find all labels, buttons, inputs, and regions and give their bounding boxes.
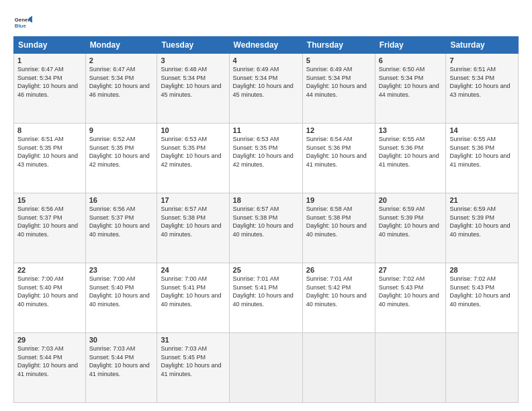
calendar-cell: 27 Sunrise: 7:02 AM Sunset: 5:43 PM Dayl… [375, 263, 446, 333]
cell-content: Sunrise: 7:00 AM Sunset: 5:40 PM Dayligh… [17, 275, 82, 308]
calendar-page: General Blue Sunday Monday Tuesday Wedne… [0, 0, 532, 411]
calendar-cell: 17 Sunrise: 6:57 AM Sunset: 5:38 PM Dayl… [157, 193, 229, 263]
calendar-cell: 21 Sunrise: 6:59 AM Sunset: 5:39 PM Dayl… [446, 193, 519, 263]
calendar-row: 8 Sunrise: 6:51 AM Sunset: 5:35 PM Dayli… [14, 124, 519, 193]
day-number: 18 [233, 196, 299, 204]
cell-content: Sunrise: 6:59 AM Sunset: 5:39 PM Dayligh… [449, 205, 515, 238]
cell-content: Sunrise: 7:03 AM Sunset: 5:44 PM Dayligh… [17, 345, 82, 378]
col-sunday: Sunday [14, 37, 86, 54]
cell-content: Sunrise: 6:47 AM Sunset: 5:34 PM Dayligh… [89, 65, 154, 99]
day-number: 27 [379, 266, 443, 274]
calendar-cell [375, 333, 446, 403]
calendar-cell: 8 Sunrise: 6:51 AM Sunset: 5:35 PM Dayli… [14, 124, 86, 193]
cell-content: Sunrise: 6:55 AM Sunset: 5:36 PM Dayligh… [449, 135, 515, 169]
day-number: 29 [17, 336, 82, 344]
cell-content: Sunrise: 6:57 AM Sunset: 5:38 PM Dayligh… [233, 205, 299, 238]
calendar-cell: 10 Sunrise: 6:53 AM Sunset: 5:35 PM Dayl… [157, 124, 229, 193]
logo: General Blue [13, 13, 35, 32]
day-number: 3 [161, 56, 225, 64]
calendar-cell: 24 Sunrise: 7:00 AM Sunset: 5:41 PM Dayl… [157, 263, 229, 333]
day-number: 14 [449, 126, 515, 134]
cell-content: Sunrise: 7:01 AM Sunset: 5:42 PM Dayligh… [306, 275, 371, 308]
cell-content: Sunrise: 6:49 AM Sunset: 5:34 PM Dayligh… [306, 65, 371, 99]
calendar-cell: 4 Sunrise: 6:49 AM Sunset: 5:34 PM Dayli… [229, 54, 302, 124]
day-number: 26 [306, 266, 371, 274]
calendar-cell [446, 333, 519, 403]
day-number: 31 [161, 336, 225, 344]
cell-content: Sunrise: 6:54 AM Sunset: 5:36 PM Dayligh… [306, 135, 371, 169]
cell-content: Sunrise: 6:53 AM Sunset: 5:35 PM Dayligh… [161, 135, 225, 169]
calendar-cell: 9 Sunrise: 6:52 AM Sunset: 5:35 PM Dayli… [85, 124, 157, 193]
day-number: 11 [233, 126, 299, 134]
cell-content: Sunrise: 7:03 AM Sunset: 5:45 PM Dayligh… [161, 345, 225, 378]
day-number: 19 [306, 196, 371, 204]
cell-content: Sunrise: 6:58 AM Sunset: 5:38 PM Dayligh… [306, 205, 371, 238]
col-wednesday: Wednesday [229, 37, 302, 54]
calendar-cell: 22 Sunrise: 7:00 AM Sunset: 5:40 PM Dayl… [14, 263, 86, 333]
cell-content: Sunrise: 7:01 AM Sunset: 5:41 PM Dayligh… [233, 275, 299, 308]
cell-content: Sunrise: 7:02 AM Sunset: 5:43 PM Dayligh… [379, 275, 443, 308]
calendar-cell: 5 Sunrise: 6:49 AM Sunset: 5:34 PM Dayli… [302, 54, 375, 124]
calendar-cell: 28 Sunrise: 7:02 AM Sunset: 5:43 PM Dayl… [446, 263, 519, 333]
calendar-cell: 7 Sunrise: 6:51 AM Sunset: 5:34 PM Dayli… [446, 54, 519, 124]
day-number: 12 [306, 126, 371, 134]
day-number: 20 [379, 196, 443, 204]
header: General Blue [13, 11, 519, 32]
cell-content: Sunrise: 6:56 AM Sunset: 5:37 PM Dayligh… [89, 205, 154, 238]
calendar-cell: 16 Sunrise: 6:56 AM Sunset: 5:37 PM Dayl… [85, 193, 157, 263]
calendar-cell: 3 Sunrise: 6:48 AM Sunset: 5:34 PM Dayli… [157, 54, 229, 124]
calendar-cell: 23 Sunrise: 7:00 AM Sunset: 5:40 PM Dayl… [85, 263, 157, 333]
cell-content: Sunrise: 6:50 AM Sunset: 5:34 PM Dayligh… [379, 65, 443, 99]
cell-content: Sunrise: 6:53 AM Sunset: 5:35 PM Dayligh… [233, 135, 299, 169]
calendar-cell: 13 Sunrise: 6:55 AM Sunset: 5:36 PM Dayl… [375, 124, 446, 193]
calendar-cell: 6 Sunrise: 6:50 AM Sunset: 5:34 PM Dayli… [375, 54, 446, 124]
day-number: 5 [306, 56, 371, 64]
calendar-row: 1 Sunrise: 6:47 AM Sunset: 5:34 PM Dayli… [14, 54, 519, 124]
day-number: 7 [449, 56, 515, 64]
cell-content: Sunrise: 6:48 AM Sunset: 5:34 PM Dayligh… [161, 65, 225, 99]
calendar-cell: 26 Sunrise: 7:01 AM Sunset: 5:42 PM Dayl… [302, 263, 375, 333]
calendar-table: Sunday Monday Tuesday Wednesday Thursday… [13, 36, 519, 403]
day-number: 21 [449, 196, 515, 204]
day-number: 25 [233, 266, 299, 274]
day-number: 8 [17, 126, 82, 134]
calendar-cell: 1 Sunrise: 6:47 AM Sunset: 5:34 PM Dayli… [14, 54, 86, 124]
header-row: Sunday Monday Tuesday Wednesday Thursday… [14, 37, 519, 54]
day-number: 9 [89, 126, 154, 134]
calendar-body: 1 Sunrise: 6:47 AM Sunset: 5:34 PM Dayli… [14, 54, 519, 403]
day-number: 24 [161, 266, 225, 274]
calendar-cell: 20 Sunrise: 6:59 AM Sunset: 5:39 PM Dayl… [375, 193, 446, 263]
svg-text:Blue: Blue [15, 23, 27, 29]
cell-content: Sunrise: 7:02 AM Sunset: 5:43 PM Dayligh… [449, 275, 515, 308]
calendar-cell: 14 Sunrise: 6:55 AM Sunset: 5:36 PM Dayl… [446, 124, 519, 193]
calendar-cell [229, 333, 302, 403]
calendar-row: 15 Sunrise: 6:56 AM Sunset: 5:37 PM Dayl… [14, 193, 519, 263]
cell-content: Sunrise: 6:57 AM Sunset: 5:38 PM Dayligh… [161, 205, 225, 238]
calendar-cell: 19 Sunrise: 6:58 AM Sunset: 5:38 PM Dayl… [302, 193, 375, 263]
cell-content: Sunrise: 6:49 AM Sunset: 5:34 PM Dayligh… [233, 65, 299, 99]
day-number: 22 [17, 266, 82, 274]
cell-content: Sunrise: 6:55 AM Sunset: 5:36 PM Dayligh… [379, 135, 443, 169]
cell-content: Sunrise: 7:00 AM Sunset: 5:41 PM Dayligh… [161, 275, 225, 308]
calendar-row: 22 Sunrise: 7:00 AM Sunset: 5:40 PM Dayl… [14, 263, 519, 333]
day-number: 10 [161, 126, 225, 134]
calendar-cell: 12 Sunrise: 6:54 AM Sunset: 5:36 PM Dayl… [302, 124, 375, 193]
day-number: 2 [89, 56, 154, 64]
cell-content: Sunrise: 6:51 AM Sunset: 5:34 PM Dayligh… [449, 65, 515, 99]
day-number: 16 [89, 196, 154, 204]
calendar-cell: 25 Sunrise: 7:01 AM Sunset: 5:41 PM Dayl… [229, 263, 302, 333]
cell-content: Sunrise: 7:00 AM Sunset: 5:40 PM Dayligh… [89, 275, 154, 308]
day-number: 23 [89, 266, 154, 274]
day-number: 17 [161, 196, 225, 204]
col-friday: Friday [375, 37, 446, 54]
cell-content: Sunrise: 6:52 AM Sunset: 5:35 PM Dayligh… [89, 135, 154, 169]
cell-content: Sunrise: 7:03 AM Sunset: 5:44 PM Dayligh… [89, 345, 154, 378]
day-number: 15 [17, 196, 82, 204]
calendar-cell: 11 Sunrise: 6:53 AM Sunset: 5:35 PM Dayl… [229, 124, 302, 193]
calendar-cell: 30 Sunrise: 7:03 AM Sunset: 5:44 PM Dayl… [85, 333, 157, 403]
cell-content: Sunrise: 6:47 AM Sunset: 5:34 PM Dayligh… [17, 65, 82, 99]
day-number: 1 [17, 56, 82, 64]
cell-content: Sunrise: 6:56 AM Sunset: 5:37 PM Dayligh… [17, 205, 82, 238]
col-thursday: Thursday [302, 37, 375, 54]
calendar-cell: 2 Sunrise: 6:47 AM Sunset: 5:34 PM Dayli… [85, 54, 157, 124]
